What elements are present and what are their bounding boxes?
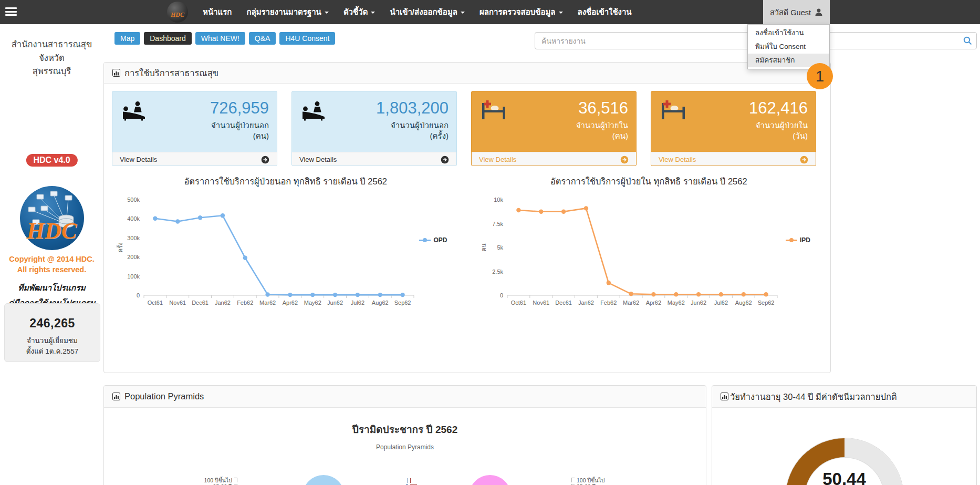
- stat-label: จำนวนผู้ป่วยใน (วัน): [659, 120, 808, 142]
- svg-text:Sep62: Sep62: [394, 300, 411, 306]
- circle-arrow-right-icon: [800, 156, 808, 164]
- svg-text:400k: 400k: [127, 215, 140, 222]
- population-pyramid-panel: Population Pyramids ปีรามิดประชากร ปี 25…: [103, 385, 706, 485]
- svg-text:Mar62: Mar62: [259, 300, 276, 306]
- svg-text:7.5k: 7.5k: [492, 221, 503, 227]
- main-menu: หน้าแรก กลุ่มรายงานมาตรฐาน ตัวชี้วัด นำเ…: [195, 0, 639, 24]
- svg-text:Apr62: Apr62: [645, 300, 661, 306]
- svg-text:Apr62: Apr62: [283, 300, 298, 306]
- menu-icon[interactable]: [5, 7, 17, 17]
- stat-label: จำนวนผู้ป่วยนอก (ครั้ง): [300, 120, 449, 142]
- pyramid-bar-row: [353, 477, 465, 483]
- pyramid-subtitle: Population Pyramids: [104, 443, 706, 451]
- pyramid-chart: ปีรามิดประชากร ปี 2562 Population Pyrami…: [104, 421, 706, 485]
- svg-text:200k: 200k: [127, 254, 140, 260]
- legend-ipd[interactable]: IPD: [786, 236, 810, 244]
- nav-item-home[interactable]: หน้าแรก: [195, 0, 239, 24]
- stat-card-opd-visits: 1,803,200 จำนวนผู้ป่วยนอก (ครั้ง) View D…: [291, 91, 457, 166]
- svg-text:May62: May62: [304, 300, 321, 306]
- opd-line-chart: 0100k200k300k400k500kOct61Nov61Dec61Jan6…: [117, 191, 421, 313]
- search-icon[interactable]: [963, 36, 972, 45]
- bar-chart-icon: [112, 393, 120, 400]
- stat-card-ipd-days: 162,416 จำนวนผู้ป่วยใน (วัน) View Detail…: [651, 91, 816, 166]
- male-circle-graphic: [303, 475, 345, 485]
- svg-text:300k: 300k: [127, 235, 140, 241]
- stat-card-ipd-persons: 36,516 จำนวนผู้ป่วยใน (คน) View Details: [471, 91, 637, 166]
- nav-item-data-audit[interactable]: ผลการตรวจสอบข้อมูล: [472, 0, 570, 24]
- female-circle-graphic: [469, 475, 511, 485]
- nav-item-login[interactable]: ลงชื่อเข้าใช้งาน: [570, 0, 639, 24]
- svg-text:ครั้ง: ครั้ง: [117, 243, 123, 253]
- pyramid-left-axis: 100 ปีขึ้นไป95-99 ปี90-94 ปี85-89 ปี80-8…: [192, 477, 237, 485]
- svg-text:May62: May62: [667, 300, 684, 306]
- visitor-count-label: จำนวนผู้เยี่ยมชม ตั้งแต่ 1ต.ค.2557: [5, 336, 100, 357]
- svg-text:Jun62: Jun62: [691, 300, 706, 306]
- bmi-donut-chart: 50.44: [786, 438, 903, 485]
- svg-text:5k: 5k: [497, 244, 503, 251]
- legend-opd[interactable]: OPD: [419, 236, 447, 244]
- svg-text:Dec61: Dec61: [555, 300, 572, 306]
- charts-row: อัตราการใช้บริการผู้ป่วยนอก ทุกสิทธิ ราย…: [104, 174, 830, 316]
- nav-item-import-export[interactable]: นำเข้า/ส่งออกข้อมูล: [382, 0, 472, 24]
- hdc-logo-small[interactable]: HDC: [167, 2, 188, 23]
- svg-text:Jun62: Jun62: [327, 300, 343, 306]
- stat-label: จำนวนผู้ป่วยนอก (คน): [120, 120, 269, 142]
- quick-nav-toolbar: Map Dashboard What NEW! Q&A H4U Consent: [114, 32, 335, 45]
- dropdown-item-login[interactable]: ลงชื่อเข้าใช้งาน: [748, 26, 829, 40]
- map-button[interactable]: Map: [114, 32, 140, 45]
- svg-text:100k: 100k: [127, 273, 140, 280]
- bar-chart-icon: [721, 393, 728, 400]
- whats-new-button[interactable]: What NEW!: [195, 32, 245, 45]
- panel-title: การใช้บริการสาธารณสุข: [124, 66, 218, 80]
- view-details-link[interactable]: View Details: [112, 152, 277, 166]
- stat-card-opd-persons: 726,959 จำนวนผู้ป่วยนอก (คน) View Detail…: [112, 91, 277, 166]
- legend-marker: [786, 238, 797, 243]
- hdc-logo-large: HDC: [20, 186, 84, 250]
- caret-down-icon: [325, 12, 329, 14]
- svg-text:Aug62: Aug62: [735, 300, 752, 306]
- dashboard-button[interactable]: Dashboard: [144, 32, 192, 45]
- stat-label: จำนวนผู้ป่วยใน (คน): [479, 120, 628, 142]
- nav-item-standard-reports[interactable]: กลุ่มรายงานมาตรฐาน: [239, 0, 336, 24]
- dropdown-item-print-consent[interactable]: พิมพ์ใบ Consent: [748, 40, 829, 54]
- inpatient-bed-icon: [481, 100, 506, 121]
- panel-title: Population Pyramids: [124, 391, 204, 401]
- pyramid-age-label: 100 ปีขึ้นไป: [192, 477, 237, 483]
- svg-text:Aug62: Aug62: [372, 300, 389, 306]
- svg-text:คน: คน: [481, 243, 487, 251]
- qa-button[interactable]: Q&A: [249, 32, 276, 45]
- dev-team-link[interactable]: ทีมพัฒนาโปรแกรม: [0, 281, 103, 294]
- circle-arrow-right-icon: [441, 156, 449, 164]
- svg-text:Nov61: Nov61: [169, 300, 186, 306]
- svg-text:Jan62: Jan62: [578, 300, 593, 306]
- h4u-consent-button[interactable]: H4U Consent: [279, 32, 335, 45]
- ipd-chart: อัตราการใช้บริการผู้ป่วยใน ทุกสิทธิ รายเ…: [467, 174, 831, 316]
- legend-marker: [419, 238, 431, 243]
- svg-text:Feb62: Feb62: [600, 300, 617, 306]
- view-details-link[interactable]: View Details: [292, 152, 456, 166]
- svg-text:Jan62: Jan62: [215, 300, 231, 306]
- user-icon: [815, 8, 823, 16]
- version-badge: HDC v4.0: [26, 154, 77, 167]
- svg-text:Feb62: Feb62: [237, 300, 253, 306]
- hdc-dashboard-page: HDC หน้าแรก กลุ่มรายงานมาตรฐาน ตัวชี้วัด…: [0, 0, 980, 485]
- svg-text:Oct61: Oct61: [148, 300, 163, 306]
- ipd-line-chart: 02.5k5k7.5k10kOct61Nov61Dec61Jan62Feb62M…: [480, 191, 785, 313]
- pyramid-title: ปีรามิดประชากร ปี 2562: [104, 421, 706, 437]
- panel-title: วัยทำงานอายุ 30-44 ปี มีค่าดัชนีมวลกายปก…: [730, 390, 897, 404]
- outpatient-icon: [301, 100, 327, 121]
- visitor-counter: 246,265 จำนวนผู้เยี่ยมชม ตั้งแต่ 1ต.ค.25…: [4, 303, 100, 362]
- user-menu-button[interactable]: สวัสดี Guest: [763, 0, 830, 24]
- hdc-logo-text: HDC: [20, 220, 84, 243]
- svg-text:Dec61: Dec61: [192, 300, 208, 306]
- svg-text:500k: 500k: [127, 197, 140, 203]
- user-dropdown-menu: ลงชื่อเข้าใช้งาน พิมพ์ใบ Consent สมัครสม…: [747, 24, 830, 69]
- stat-cards-row: 726,959 จำนวนผู้ป่วยนอก (คน) View Detail…: [104, 84, 830, 166]
- pyramid-bars: [353, 477, 465, 485]
- view-details-link[interactable]: View Details: [472, 152, 636, 166]
- nav-item-indicators[interactable]: ตัวชี้วัด: [336, 0, 383, 24]
- pyramid-age-label: 100 ปีขึ้นไป: [571, 477, 617, 483]
- svg-text:10k: 10k: [494, 197, 503, 203]
- svg-text:Mar62: Mar62: [622, 300, 639, 306]
- view-details-link[interactable]: View Details: [651, 152, 816, 166]
